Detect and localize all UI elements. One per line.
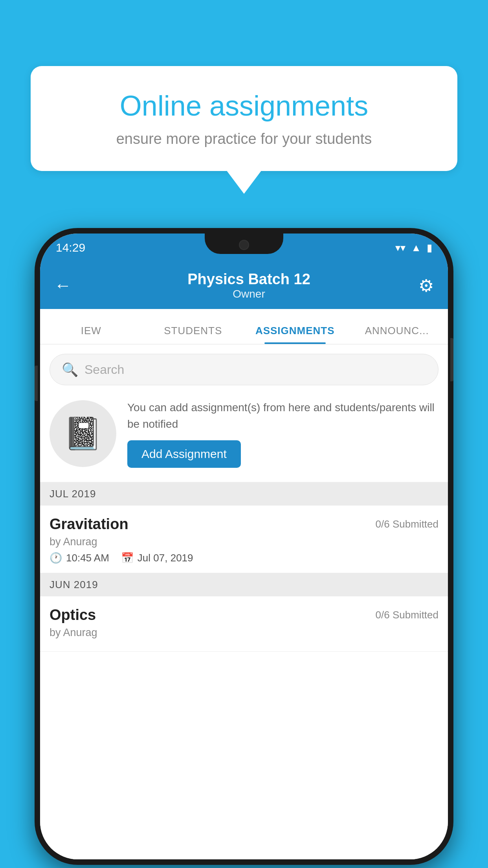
speech-bubble: Online assignments ensure more practice …	[31, 66, 457, 171]
speech-bubble-title: Online assignments	[58, 90, 430, 122]
assignment-icon-circle: 📓	[50, 400, 116, 467]
assignment-item-gravitation[interactable]: Gravitation 0/6 Submitted by Anurag 🕐 10…	[40, 506, 448, 573]
assignment-meta: 🕐 10:45 AM 📅 Jul 07, 2019	[50, 552, 438, 564]
content-area: 🔍 Search 📓 You can add assignment(s) fro…	[40, 344, 448, 859]
phone-frame: 14:29 ▾▾ ▲ ▮ ← Physics Batch 12 Owner ⚙ …	[35, 228, 453, 865]
month-jun-2019: JUN 2019	[40, 573, 448, 596]
assignment-item-optics[interactable]: Optics 0/6 Submitted by Anurag	[40, 596, 448, 652]
tab-students[interactable]: STUDENTS	[142, 325, 244, 344]
settings-icon[interactable]: ⚙	[418, 276, 434, 296]
power-button	[450, 338, 453, 381]
header-title-group: Physics Batch 12 Owner	[79, 271, 418, 300]
tab-announcements[interactable]: ANNOUNC...	[346, 325, 448, 344]
phone-screen: 14:29 ▾▾ ▲ ▮ ← Physics Batch 12 Owner ⚙ …	[40, 234, 448, 859]
tabs-bar: IEW STUDENTS ASSIGNMENTS ANNOUNC...	[40, 309, 448, 344]
search-bar[interactable]: 🔍 Search	[50, 354, 438, 385]
speech-bubble-subtitle: ensure more practice for your students	[58, 131, 430, 147]
search-placeholder: Search	[84, 362, 124, 377]
clock-icon: 🕐	[50, 552, 62, 564]
notch	[205, 234, 283, 254]
volume-button	[35, 366, 38, 401]
calendar-icon: 📅	[121, 552, 134, 564]
search-icon: 🔍	[62, 362, 78, 377]
status-time: 14:29	[56, 241, 85, 254]
back-button[interactable]: ←	[54, 276, 72, 295]
assignment-description: You can add assignment(s) from here and …	[127, 399, 438, 432]
tab-iew[interactable]: IEW	[40, 325, 142, 344]
battery-icon: ▮	[427, 242, 432, 254]
assignment-submitted: 0/6 Submitted	[376, 518, 438, 530]
optics-submitted: 0/6 Submitted	[376, 609, 438, 621]
batch-title: Physics Batch 12	[79, 271, 418, 288]
speech-bubble-container: Online assignments ensure more practice …	[31, 66, 457, 195]
assignment-date: 📅 Jul 07, 2019	[121, 552, 193, 564]
speech-bubble-tail	[226, 170, 262, 194]
assignment-author: by Anurag	[50, 536, 438, 548]
assignment-header: Gravitation 0/6 Submitted	[50, 516, 438, 533]
month-jul-2019: JUL 2019	[40, 482, 448, 506]
signal-icon: ▲	[411, 242, 421, 254]
optics-header: Optics 0/6 Submitted	[50, 607, 438, 623]
assignment-time: 🕐 10:45 AM	[50, 552, 109, 564]
assignment-info: You can add assignment(s) from here and …	[127, 399, 438, 468]
camera	[239, 240, 249, 250]
status-icons: ▾▾ ▲ ▮	[395, 242, 432, 254]
optics-name: Optics	[50, 607, 96, 623]
add-assignment-section: 📓 You can add assignment(s) from here an…	[40, 385, 448, 482]
tab-assignments[interactable]: ASSIGNMENTS	[244, 325, 346, 344]
assignment-name: Gravitation	[50, 516, 128, 533]
add-assignment-button[interactable]: Add Assignment	[127, 440, 241, 468]
optics-author: by Anurag	[50, 627, 438, 639]
app-header: ← Physics Batch 12 Owner ⚙	[40, 262, 448, 309]
notebook-icon: 📓	[63, 415, 103, 452]
wifi-icon: ▾▾	[395, 242, 405, 254]
batch-subtitle: Owner	[79, 288, 418, 300]
